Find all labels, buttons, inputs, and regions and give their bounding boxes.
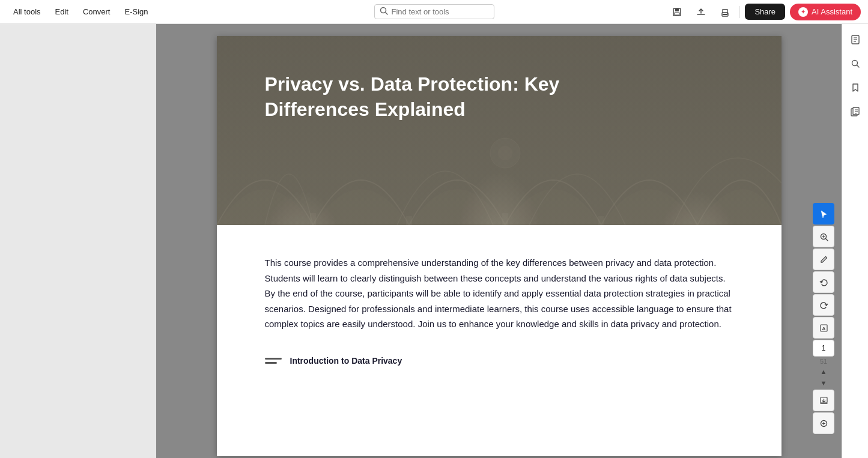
download-tool-button[interactable]	[813, 390, 834, 411]
toolbar-right: Share ✦ AI Assistant	[667, 2, 861, 22]
svg-point-7	[727, 13, 729, 14]
search-input[interactable]	[392, 7, 488, 16]
sidebar-document-icon[interactable]	[845, 29, 866, 50]
ai-label: AI Assistant	[812, 7, 852, 16]
svg-line-1	[385, 13, 387, 15]
redo-button[interactable]	[813, 294, 834, 316]
svg-text:A: A	[822, 325, 825, 331]
search-container	[374, 4, 494, 19]
section-header: Introduction to Data Privacy	[265, 356, 733, 366]
search-icon	[380, 7, 388, 17]
arch-decoration-svg	[217, 105, 782, 225]
page-nav-arrows: ▲ ▼	[813, 366, 834, 388]
svg-rect-10	[502, 213, 508, 225]
main-area: Privacy vs. Data Protection: Key Differe…	[0, 24, 868, 458]
undo-button[interactable]	[813, 271, 834, 293]
select-tool-button[interactable]	[813, 203, 834, 224]
section-line-1	[265, 358, 282, 360]
document-body-text: This course provides a comprehensive und…	[265, 255, 733, 332]
nav-menu: All tools Edit Convert E-Sign	[7, 5, 154, 19]
svg-rect-8	[310, 213, 316, 225]
section-title: Introduction to Data Privacy	[290, 356, 402, 366]
left-panel	[0, 24, 156, 458]
sidebar-bookmark-icon[interactable]	[845, 77, 866, 98]
section-lines-icon	[265, 358, 282, 364]
toolbar-divider	[739, 6, 740, 18]
document-page: Privacy vs. Data Protection: Key Differe…	[217, 36, 782, 456]
svg-point-13	[498, 146, 512, 160]
nav-convert[interactable]: Convert	[77, 5, 117, 19]
annotate-tool-button[interactable]	[813, 412, 834, 434]
sidebar-pages-icon[interactable]	[845, 101, 866, 122]
svg-rect-4	[675, 13, 679, 15]
upload-icon-btn[interactable]	[691, 2, 711, 22]
svg-rect-11	[598, 216, 604, 225]
toolbar-center	[374, 4, 494, 19]
print-icon-btn[interactable]	[715, 2, 735, 22]
page-next-button[interactable]: ▼	[813, 378, 834, 388]
text-tool-button[interactable]: A	[813, 317, 834, 339]
page-number-container: 51	[813, 340, 834, 365]
page-total: 51	[820, 358, 827, 365]
nav-esign[interactable]: E-Sign	[118, 5, 154, 19]
page-prev-button[interactable]: ▲	[813, 366, 834, 377]
nav-all-tools[interactable]: All tools	[7, 5, 47, 19]
sidebar-search-icon[interactable]	[845, 53, 866, 74]
document-body: This course provides a comprehensive und…	[217, 225, 782, 396]
svg-rect-9	[406, 216, 412, 225]
svg-line-26	[825, 238, 828, 241]
document-title: Privacy vs. Data Protection: Key Differe…	[265, 72, 649, 122]
svg-rect-3	[675, 8, 679, 11]
nav-edit[interactable]: Edit	[49, 5, 74, 19]
main-toolbar: All tools Edit Convert E-Sign	[0, 0, 868, 24]
edit-tool-button[interactable]	[813, 249, 834, 270]
right-sidebar	[842, 24, 868, 458]
document-viewer[interactable]: Privacy vs. Data Protection: Key Differe…	[156, 24, 842, 458]
svg-rect-6	[723, 14, 727, 15]
ai-assistant-button[interactable]: ✦ AI Assistant	[790, 4, 861, 20]
document-header: Privacy vs. Data Protection: Key Differe…	[217, 36, 782, 225]
floating-toolbar: A 51 ▲ ▼	[813, 203, 834, 434]
save-icon-btn[interactable]	[667, 2, 687, 22]
share-button[interactable]: Share	[745, 4, 785, 20]
section-line-2	[265, 362, 277, 364]
zoom-tool-button[interactable]	[813, 226, 834, 247]
page-number-input[interactable]	[813, 340, 834, 357]
svg-line-19	[857, 65, 859, 68]
ai-icon: ✦	[798, 7, 808, 17]
